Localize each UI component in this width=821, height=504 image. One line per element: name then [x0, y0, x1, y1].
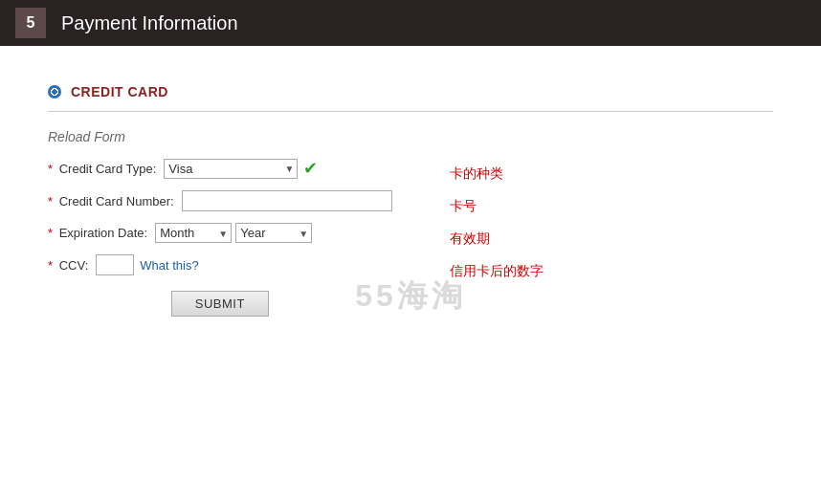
page-title: Payment Information [61, 12, 238, 34]
submit-button[interactable]: SUBMIT [171, 291, 269, 317]
annotation-card-type: 卡的种类 [450, 158, 544, 190]
ccv-row: * CCV: What this? [48, 254, 392, 275]
credit-card-number-label: Credit Card Number: [59, 194, 174, 208]
month-wrapper: Month 010203 040506 070809 101112 ▼ [155, 223, 232, 243]
credit-card-number-row: * Credit Card Number: [48, 190, 392, 211]
payment-form: * Credit Card Type: Visa MasterCard Amer… [48, 158, 392, 317]
credit-card-number-input[interactable] [182, 190, 392, 211]
expiration-date-label: Expiration Date: [59, 226, 148, 240]
required-star-expiry: * [48, 226, 53, 240]
divider [48, 111, 773, 112]
required-star-type: * [48, 162, 53, 176]
year-select[interactable]: Year 202420252026 202720282029 [235, 223, 312, 243]
expiration-date-row: * Expiration Date: Month 010203 040506 0… [48, 223, 392, 243]
credit-card-label: CREDIT CARD [71, 84, 168, 99]
required-star-ccv: * [48, 258, 53, 273]
credit-card-option[interactable]: CREDIT CARD [48, 84, 773, 99]
ccv-label: CCV: [59, 258, 89, 273]
step-badge: 5 [15, 8, 46, 38]
radio-button[interactable] [48, 85, 61, 99]
annotation-expiry: 有效期 [450, 223, 544, 255]
required-star-number: * [48, 194, 53, 208]
ccv-input[interactable] [96, 254, 134, 275]
month-select[interactable]: Month 010203 040506 070809 101112 [155, 223, 232, 243]
year-wrapper: Year 202420252026 202720282029 ▼ [235, 223, 312, 243]
annotation-card-number: 卡号 [450, 190, 544, 223]
credit-card-type-row: * Credit Card Type: Visa MasterCard Amer… [48, 158, 392, 179]
annotation-ccv: 信用卡后的数字 [450, 255, 544, 288]
submit-row: SUBMIT [48, 291, 392, 317]
credit-card-type-wrapper: Visa MasterCard American Express Discove… [164, 159, 298, 179]
valid-check-icon: ✔ [303, 158, 318, 179]
credit-card-type-select[interactable]: Visa MasterCard American Express Discove… [164, 159, 298, 179]
expiry-selects: Month 010203 040506 070809 101112 ▼ Year… [155, 223, 312, 243]
header: 5 Payment Information [0, 0, 821, 46]
what-this-link[interactable]: What this? [140, 258, 198, 273]
annotations: 卡的种类 卡号 有效期 信用卡后的数字 [450, 158, 544, 317]
reload-form-title: Reload Form [48, 129, 773, 144]
credit-card-type-label: Credit Card Type: [59, 162, 157, 176]
